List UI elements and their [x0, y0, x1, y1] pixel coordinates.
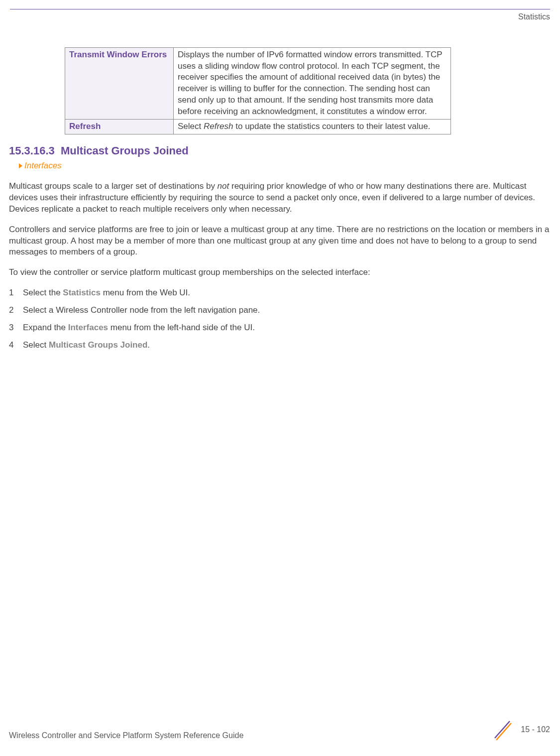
text: menu from the left-hand side of the UI.	[108, 323, 255, 332]
table-row-desc: Select Refresh to update the statistics …	[174, 120, 451, 134]
table-row-desc: Displays the number of IPv6 formatted wi…	[174, 47, 451, 120]
table-row: Refresh Select Refresh to update the sta…	[65, 120, 451, 134]
page-number: 15 - 102	[521, 724, 550, 735]
text: node from the left navigation pane.	[129, 305, 260, 315]
text-italic: not	[218, 181, 229, 191]
table-row-label: Transmit Window Errors	[65, 47, 174, 120]
text-bold: Multicast Groups Joined	[49, 340, 147, 350]
section-heading: 15.3.16.3 Multicast Groups Joined	[9, 143, 551, 158]
slash-icon	[491, 718, 514, 741]
list-item: Expand the Interfaces menu from the left…	[9, 322, 551, 334]
text: Expand the	[23, 323, 68, 332]
arrow-right-icon	[19, 163, 22, 168]
body-paragraph: Controllers and service platforms are fr…	[9, 224, 551, 258]
list-item: Select the Statistics menu from the Web …	[9, 287, 551, 299]
body-paragraph: Multicast groups scale to a larger set o…	[9, 181, 551, 215]
text-italic: Refresh	[204, 122, 233, 131]
page-footer: Wireless Controller and Service Platform…	[9, 718, 550, 741]
list-item: Select a Wireless Controller node from t…	[9, 305, 551, 316]
text: Select the	[23, 288, 63, 297]
text: Select	[178, 122, 204, 131]
table-row: Transmit Window Errors Displays the numb…	[65, 47, 451, 120]
breadcrumb-text: Interfaces	[24, 160, 62, 172]
header-chapter-label: Statistics	[10, 11, 550, 22]
text: menu from the Web UI.	[101, 288, 190, 297]
footer-page-box: 15 - 102	[491, 718, 550, 741]
page-content: Transmit Window Errors Displays the numb…	[0, 47, 560, 352]
list-item: Select Multicast Groups Joined.	[9, 340, 551, 351]
text: .	[147, 340, 150, 350]
text-bold: Interfaces	[68, 323, 108, 332]
breadcrumb: Interfaces	[19, 160, 551, 172]
header-rule	[10, 9, 550, 9]
footer-title: Wireless Controller and Service Platform…	[9, 730, 243, 741]
step-list: Select the Statistics menu from the Web …	[9, 287, 551, 351]
text: to update the statistics counters to the…	[233, 122, 431, 131]
text: Select a Wireless Controller	[23, 305, 129, 315]
text-bold: Statistics	[63, 288, 101, 297]
svg-line-0	[495, 721, 510, 738]
body-paragraph: To view the controller or service platfo…	[9, 267, 551, 278]
svg-line-1	[496, 723, 511, 740]
definition-table: Transmit Window Errors Displays the numb…	[65, 47, 451, 135]
table-row-label: Refresh	[65, 120, 174, 134]
text: Select	[23, 340, 49, 350]
text: Multicast groups scale to a larger set o…	[9, 181, 218, 191]
section-title: Multicast Groups Joined	[61, 144, 189, 157]
section-number: 15.3.16.3	[9, 144, 55, 157]
